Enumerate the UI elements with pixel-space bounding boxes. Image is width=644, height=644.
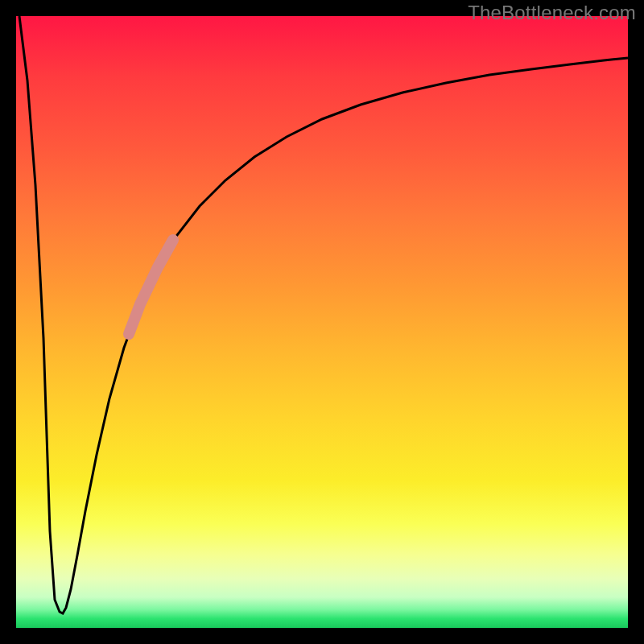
plot-area — [16, 16, 628, 628]
highlight-segment — [129, 240, 173, 334]
chart-frame: TheBottleneck.com — [0, 0, 644, 644]
curve-layer — [16, 16, 628, 628]
bottleneck-curve — [19, 16, 628, 613]
